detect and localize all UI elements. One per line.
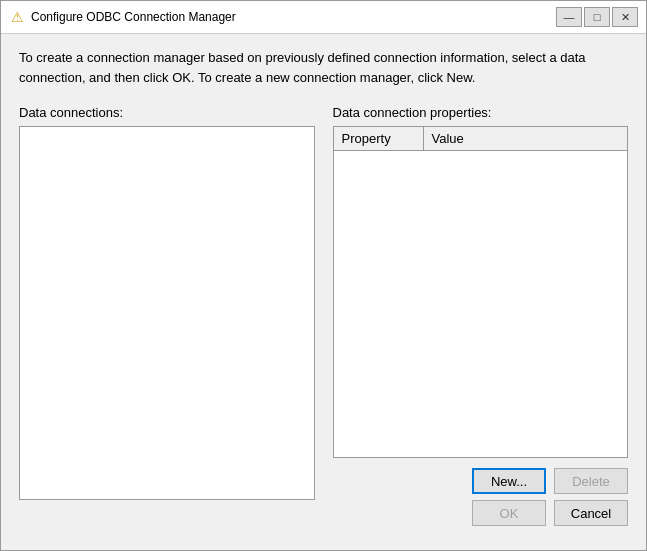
new-delete-row: New... Delete — [333, 458, 629, 500]
minimize-icon: — — [564, 11, 575, 23]
cancel-button[interactable]: Cancel — [554, 500, 628, 526]
ok-cancel-row: OK Cancel — [19, 500, 628, 536]
close-icon: ✕ — [621, 11, 630, 24]
table-header: Property Value — [334, 127, 628, 151]
window-title: Configure ODBC Connection Manager — [31, 10, 550, 24]
delete-button[interactable]: Delete — [554, 468, 628, 494]
data-connections-list[interactable] — [19, 126, 315, 500]
maximize-button[interactable]: □ — [584, 7, 610, 27]
ok-button[interactable]: OK — [472, 500, 546, 526]
dialog-body: To create a connection manager based on … — [1, 34, 646, 550]
title-bar-controls: — □ ✕ — [556, 7, 638, 27]
close-button[interactable]: ✕ — [612, 7, 638, 27]
property-column-header: Property — [334, 127, 424, 150]
properties-table: Property Value — [333, 126, 629, 458]
window-icon: ⚠ — [9, 9, 25, 25]
data-connections-panel: Data connections: — [19, 105, 315, 500]
properties-label: Data connection properties: — [333, 105, 629, 120]
properties-panel: Data connection properties: Property Val… — [333, 105, 629, 500]
minimize-button[interactable]: — — [556, 7, 582, 27]
data-connections-label: Data connections: — [19, 105, 315, 120]
title-bar: ⚠ Configure ODBC Connection Manager — □ … — [1, 1, 646, 34]
new-button[interactable]: New... — [472, 468, 546, 494]
value-column-header: Value — [424, 127, 628, 150]
table-body — [334, 151, 628, 457]
panels-row: Data connections: Data connection proper… — [19, 105, 628, 500]
maximize-icon: □ — [594, 11, 601, 23]
info-text: To create a connection manager based on … — [19, 48, 628, 87]
configure-odbc-dialog: ⚠ Configure ODBC Connection Manager — □ … — [0, 0, 647, 551]
